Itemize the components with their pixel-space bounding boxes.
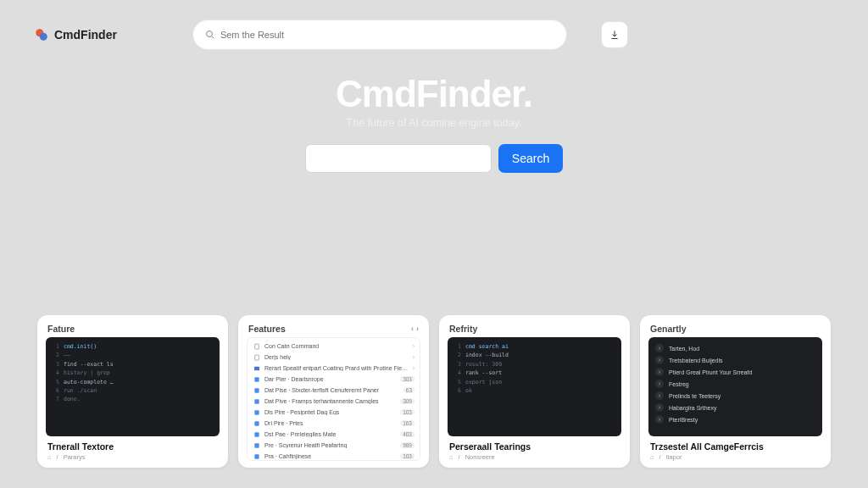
item-label: Derjs hely [264,354,409,360]
item-label: Tretsbatend Buijedls [669,358,723,363]
hero-search-row: Search [0,144,868,173]
chevron-right-icon: › [413,365,415,371]
svg-point-2 [206,31,212,37]
list-item[interactable]: Festreg [655,378,815,390]
list-item[interactable]: Dri Pire · Prtes163 [248,418,420,429]
list-item[interactable]: Dst Pae · Pnrielegiles Mate403 [248,429,420,440]
svg-rect-8 [254,388,259,392]
hero-search-button[interactable]: Search [498,144,563,173]
card-head: Genartly [648,324,822,337]
chevron-right-icon[interactable]: › [416,324,419,333]
code-line: 7done. [53,395,213,403]
list-item[interactable]: PterlBresty [655,413,815,425]
code-line: 3result: 309 [454,360,615,369]
code-line: 4rank --sort [454,369,615,377]
item-label: Con Catn Cornmand [264,343,409,349]
card-footer: ⌂/Pararys [46,452,220,461]
download-button[interactable] [602,22,627,47]
card-caption: Trzsestel All CamgeFerrcis [648,436,822,452]
item-label: PterlBresty [669,417,698,423]
list-item[interactable]: Dis Pire · Pesipntet Dag Egs103 [248,407,420,418]
header: CmdFinder [0,0,868,49]
item-badge: 403 [400,431,415,437]
list-item[interactable]: Tarten, Hod [655,342,815,354]
brand[interactable]: CmdFinder [34,27,117,42]
top-search-input[interactable] [220,30,554,40]
list-item[interactable]: Prelinds te Teetersy [655,390,815,402]
search-icon [205,30,215,40]
item-label: Ptierd Greal Pirunt Your Srreafd [669,369,752,375]
item-badge: 103 [400,453,415,459]
svg-point-1 [40,33,47,41]
chevron-right-icon: › [413,354,415,360]
code-line: 6ok [454,386,615,395]
bullet-icon [655,368,664,376]
bullet-icon [655,380,664,388]
item-label: Dat Pise · Stxcter-terfisft Cenuferernt … [264,387,400,393]
item-label: Rerart Speatif entpart Coating Prard wit… [264,365,409,371]
list-item[interactable]: Rerart Speatif entpart Coating Prard wit… [248,363,420,374]
card-footer: ⌂/Nonsreere [448,452,621,461]
feature-card-4[interactable]: Genartly Tarten, HodTretsbatend Buijedls… [640,315,831,468]
feature-card-3[interactable]: Refrity 1cmd search ai2index --build3res… [439,315,630,468]
list-item[interactable]: Ptierd Greal Pirunt Your Srreafd [655,366,815,378]
list-item[interactable]: Con Catn Cornmand› [248,341,420,352]
feature-card-1[interactable]: Fature 1cmd.init()2——3find --exact ls4hi… [37,315,228,468]
item-label: Habarglra Srthexy [669,405,716,411]
list-item[interactable]: Dat Pive · Framps terhantannente Camgles… [248,396,420,407]
code-line: 3find --exact ls [53,360,213,369]
item-label: Pra · Cahfinjinese [264,453,397,459]
bullet-icon [655,391,664,400]
svg-rect-10 [254,410,259,414]
item-icon [253,375,261,384]
list-item[interactable]: Dat Pise · Stxcter-terfisft Cenuferernt … [248,385,420,396]
list-item[interactable]: Dar Pier · Dearlsnrope303 [248,374,420,385]
item-icon [253,364,261,373]
hero-title: CmdFinder. [0,73,868,115]
item-label: Festreg [669,381,689,387]
item-icon [253,353,261,362]
hero-subtitle: The future of AI comine engine today. [0,117,868,129]
item-label: Prelinds te Teetersy [669,393,721,399]
card-head: Fature [46,324,220,337]
item-label: Dar Pier · Dearlsnrope [264,376,397,382]
item-label: Dis Pire · Pesipntet Dag Egs [264,409,397,415]
list-item[interactable]: Tretsbatend Buijedls [655,354,815,366]
top-search-bar[interactable] [193,20,566,49]
brand-name: CmdFinder [54,28,117,42]
item-label: Dat Pive · Framps terhantannente Camgles [264,398,397,404]
svg-rect-5 [255,355,259,360]
card-head: Features ‹ › [247,324,420,337]
card-footer: ⌂/tiapor [648,452,822,461]
hero-search-input[interactable] [305,144,492,173]
item-badge: 103 [400,409,415,415]
item-badge: 163 [400,420,415,426]
item-label: Dri Pire · Prtes [264,420,397,426]
list-item[interactable]: Habarglra Srthexy [655,402,815,413]
chevron-right-icon: › [413,343,415,349]
item-label: Tarten, Hod [669,346,699,352]
hero: CmdFinder. The future of AI comine engin… [0,73,868,173]
code-line: 5export json [454,378,615,386]
dark-list-preview: Tarten, HodTretsbatend BuijedlsPtierd Gr… [648,337,822,436]
cards-row: Fature 1cmd.init()2——3find --exact ls4hi… [0,315,868,468]
bullet-icon [655,415,664,424]
svg-rect-7 [254,377,259,381]
card-caption: Perseraall Tearings [448,436,621,452]
list-item[interactable]: Derjs hely› [248,352,420,363]
bullet-icon [655,403,664,412]
chevron-left-icon[interactable]: ‹ [411,324,414,333]
item-label: Pre · Scyrenur Heatfi Peafartng [264,442,397,448]
code-line: 6run ./scan [53,386,213,395]
download-icon [609,30,620,40]
bullet-icon [655,356,664,364]
item-badge: 989 [400,442,415,448]
card-nav[interactable]: ‹ › [411,324,419,333]
item-badge: 63 [403,387,415,393]
item-label: Dst Pae · Pnrielegiles Mate [264,431,397,437]
list-item[interactable]: Pra · Cahfinjinese103 [248,451,420,461]
item-icon [253,408,261,417]
feature-card-2[interactable]: Features ‹ › Con Catn Cornmand›Derjs hel… [238,315,429,468]
item-icon [253,342,261,351]
list-item[interactable]: Pre · Scyrenur Heatfi Peafartng989 [248,440,420,451]
